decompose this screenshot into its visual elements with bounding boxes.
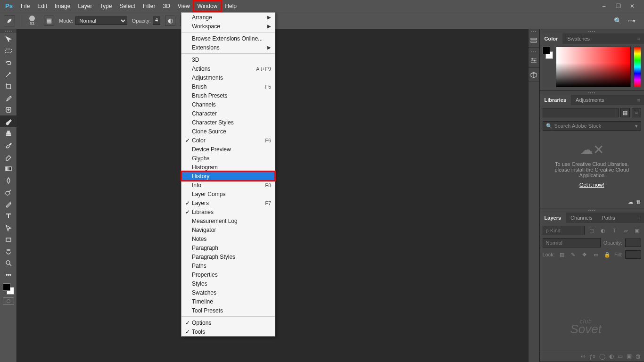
menu-item-color[interactable]: ✓ColorF6: [182, 136, 275, 145]
menu-file[interactable]: File: [17, 1, 33, 11]
lib-list-view-icon[interactable]: ≡: [632, 108, 641, 117]
lasso-tool[interactable]: [0, 57, 17, 68]
menu-item-paragraph[interactable]: Paragraph: [182, 243, 275, 252]
menu-select[interactable]: Select: [116, 1, 139, 11]
menu-item-browse-extensions-online-[interactable]: Browse Extensions Online...: [182, 34, 275, 43]
link-layers-icon[interactable]: ⇔: [581, 353, 586, 360]
hand-tool[interactable]: [0, 245, 17, 257]
menu-window[interactable]: Window: [194, 1, 222, 11]
menu-item-paragraph-styles[interactable]: Paragraph Styles: [182, 252, 275, 261]
filter-smart-icon[interactable]: ▣: [633, 226, 641, 235]
menu-item-3d[interactable]: 3D: [182, 55, 275, 64]
menu-view[interactable]: View: [174, 1, 194, 11]
menu-type[interactable]: Type: [96, 1, 116, 11]
menu-edit[interactable]: Edit: [33, 1, 51, 11]
tab-libraries[interactable]: Libraries: [540, 95, 571, 105]
crop-tool[interactable]: [0, 80, 17, 92]
menu-item-tools[interactable]: ✓Tools: [182, 327, 275, 336]
menu-item-histogram[interactable]: Histogram: [182, 163, 275, 172]
lib-grid-view-icon[interactable]: ▦: [620, 108, 630, 117]
menu-item-timeline[interactable]: Timeline: [182, 297, 275, 306]
layers-panel-menu-icon[interactable]: ≡: [634, 215, 644, 221]
tool-preset-button[interactable]: [4, 15, 15, 26]
properties-panel-icon[interactable]: [528, 54, 539, 68]
menu-item-navigator[interactable]: Navigator: [182, 225, 275, 234]
tab-paths[interactable]: Paths: [597, 213, 620, 223]
hue-slider[interactable]: [634, 47, 641, 87]
menu-item-styles[interactable]: Styles: [182, 279, 275, 288]
color-panel-menu-icon[interactable]: ≡: [634, 36, 644, 41]
menu-item-character-styles[interactable]: Character Styles: [182, 118, 275, 127]
brush-tool[interactable]: [0, 115, 17, 127]
menu-item-options[interactable]: ✓Options: [182, 318, 275, 327]
menu-item-actions[interactable]: ActionsAlt+F9: [182, 64, 275, 73]
opacity-value[interactable]: 4: [153, 16, 160, 25]
menu-item-channels[interactable]: Channels: [182, 100, 275, 109]
menu-item-paths[interactable]: Paths: [182, 261, 275, 270]
mask-icon[interactable]: ◯: [599, 353, 605, 360]
layer-filter-kind[interactable]: ρ Kind: [543, 226, 585, 235]
filter-pixel-icon[interactable]: ▢: [587, 226, 596, 235]
restore-button[interactable]: ❐: [613, 3, 623, 9]
marquee-tool[interactable]: [0, 45, 17, 57]
menu-item-history[interactable]: History: [182, 172, 275, 181]
menu-item-brush[interactable]: BrushF5: [182, 82, 275, 91]
eyedropper-tool[interactable]: [0, 92, 17, 104]
lock-pos-icon[interactable]: ✥: [580, 250, 589, 259]
tab-adjustments[interactable]: Adjustments: [571, 95, 609, 105]
zoom-tool[interactable]: [0, 257, 17, 269]
wand-tool[interactable]: [0, 68, 17, 80]
stock-search-input[interactable]: 🔍 Search Adobe Stock ▾: [543, 121, 641, 131]
heal-tool[interactable]: [0, 104, 17, 115]
dodge-tool[interactable]: [0, 186, 17, 198]
history-brush-tool[interactable]: [0, 139, 17, 151]
menu-item-layers[interactable]: ✓LayersF7: [182, 198, 275, 207]
minimize-button[interactable]: –: [599, 3, 609, 9]
eraser-tool[interactable]: [0, 151, 17, 163]
menu-item-notes[interactable]: Notes: [182, 234, 275, 243]
menu-filter[interactable]: Filter: [139, 1, 159, 11]
tab-swatches[interactable]: Swatches: [562, 33, 594, 44]
3d-panel-icon[interactable]: [528, 68, 539, 82]
menu-item-brush-presets[interactable]: Brush Presets: [182, 91, 275, 100]
menu-item-libraries[interactable]: ✓Libraries: [182, 207, 275, 216]
new-layer-icon[interactable]: ▣: [627, 353, 632, 360]
gradient-tool[interactable]: [0, 163, 17, 174]
search-icon[interactable]: 🔍: [614, 17, 622, 25]
layer-blend-select[interactable]: Normal: [543, 238, 601, 247]
lock-all-icon[interactable]: 🔒: [603, 250, 611, 259]
brush-preview[interactable]: 53: [25, 14, 39, 28]
menu-item-info[interactable]: InfoF8: [182, 181, 275, 189]
group-icon[interactable]: ▭: [618, 353, 623, 360]
menu-image[interactable]: Image: [51, 1, 74, 11]
quickmask-toggle[interactable]: [3, 297, 14, 305]
menu-item-clone-source[interactable]: Clone Source: [182, 127, 275, 136]
menu-item-swatches[interactable]: Swatches: [182, 288, 275, 297]
blend-mode-select[interactable]: Normal: [75, 16, 127, 25]
fg-bg-color-swatch[interactable]: [3, 283, 14, 295]
move-tool[interactable]: [0, 33, 17, 45]
history-panel-icon[interactable]: [528, 33, 539, 48]
layer-fill-input[interactable]: [625, 250, 641, 259]
library-select[interactable]: [543, 108, 619, 117]
stamp-tool[interactable]: [0, 127, 17, 139]
layer-opacity-input[interactable]: [625, 239, 641, 247]
menu-item-properties[interactable]: Properties: [182, 270, 275, 279]
menu-item-measurement-log[interactable]: Measurement Log: [182, 216, 275, 225]
workspace-switcher[interactable]: ▭▾: [627, 17, 636, 24]
menu-3d[interactable]: 3D: [159, 1, 173, 11]
filter-adjust-icon[interactable]: ◐: [599, 226, 607, 235]
cloud-sync-icon[interactable]: ☁: [628, 199, 633, 205]
filter-type-icon[interactable]: T: [610, 226, 619, 235]
filter-shape-icon[interactable]: ▱: [621, 226, 630, 235]
adjustment-layer-icon[interactable]: ◐: [609, 353, 614, 360]
lock-trans-icon[interactable]: ▨: [558, 250, 566, 259]
path-sel-tool[interactable]: [0, 222, 17, 233]
menu-item-workspace[interactable]: Workspace▶: [182, 22, 275, 31]
pen-tool[interactable]: [0, 198, 17, 210]
menu-help[interactable]: Help: [221, 1, 240, 11]
close-button[interactable]: ✕: [627, 3, 637, 9]
libraries-panel-menu-icon[interactable]: ≡: [634, 97, 644, 103]
fx-icon[interactable]: ƒx: [589, 353, 595, 360]
tab-channels[interactable]: Channels: [566, 213, 597, 223]
